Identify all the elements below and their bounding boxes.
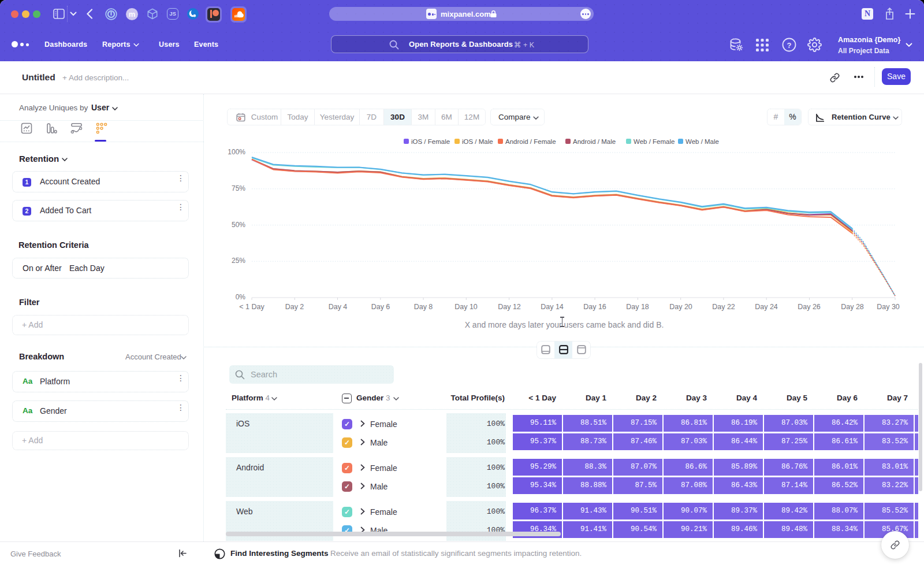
svg-text:?: ? — [787, 41, 792, 50]
